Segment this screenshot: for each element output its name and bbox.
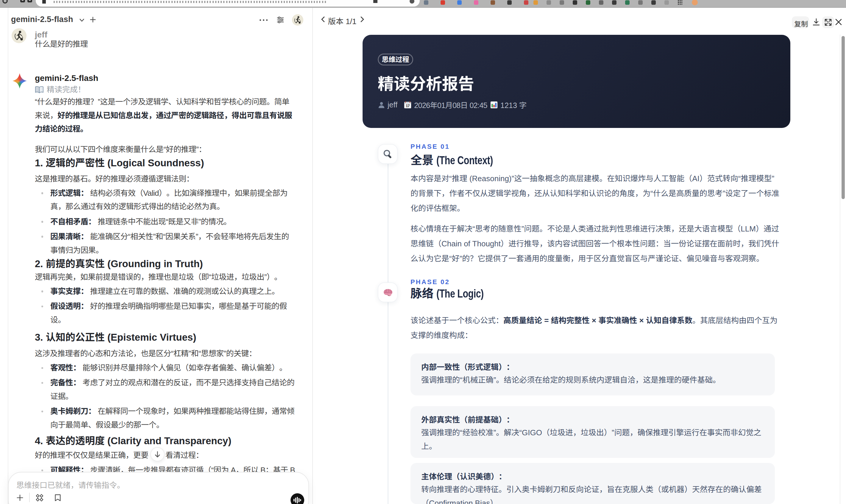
svg-text:17: 17 (406, 104, 410, 108)
